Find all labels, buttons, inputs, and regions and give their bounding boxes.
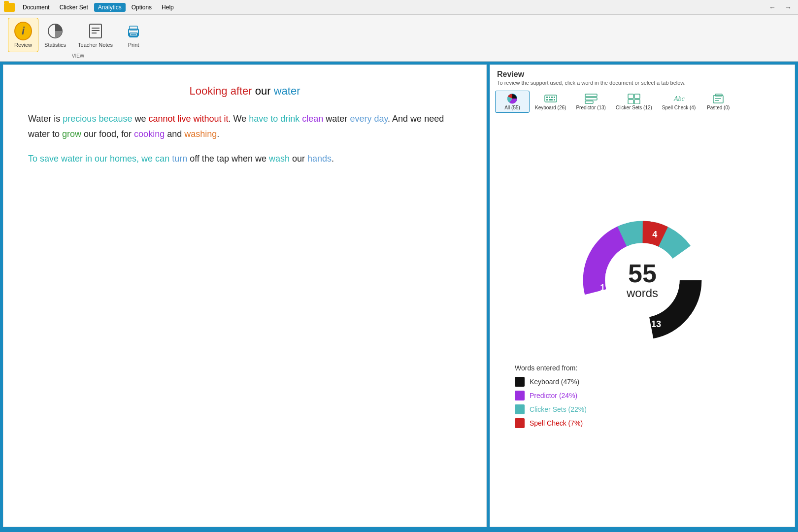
doc-seg: precious because: [63, 114, 132, 124]
doc-title-our: our: [255, 85, 271, 97]
doc-seg: . We: [229, 114, 249, 124]
svg-text:Abc: Abc: [673, 95, 685, 102]
title-bar-right: ← →: [766, 2, 794, 12]
svg-rect-11: [545, 95, 557, 102]
legend-text-predictor: Predictor (24%): [530, 392, 577, 399]
tab-clicker-sets-icon: [627, 93, 641, 104]
svg-rect-13: [549, 97, 550, 98]
review-icon: i: [14, 22, 32, 40]
print-icon: [125, 22, 142, 40]
doc-seg: have to drink: [249, 114, 299, 124]
tab-pasted-icon: [711, 93, 725, 104]
doc-seg: off the tap when we: [187, 154, 269, 164]
tabs-row: All (55) Keyboard (26): [490, 88, 795, 116]
doc-seg: our food, for: [81, 129, 134, 139]
main-area: Looking after our water Water is preciou…: [0, 62, 798, 530]
ribbon-view-label: VIEW: [72, 53, 85, 59]
doc-seg: our: [290, 154, 307, 164]
doc-title: Looking after our water: [28, 85, 462, 98]
doc-seg: turn: [172, 154, 187, 164]
legend-swatch-spell: [515, 418, 525, 428]
doc-paragraph-1: Water is precious because we cannot live…: [28, 111, 462, 141]
legend: Words entered from: Keyboard (47%) Predi…: [500, 364, 785, 432]
ribbon-btn-teacher-notes-label: Teacher Notes: [78, 42, 113, 48]
doc-seg: water: [323, 114, 350, 124]
donut-label: words: [627, 286, 658, 300]
donut-total: 55: [627, 261, 658, 286]
ribbon-btn-statistics-label: Statistics: [44, 42, 66, 48]
svg-rect-18: [554, 99, 555, 100]
svg-rect-14: [551, 97, 553, 98]
doc-seg: hands: [307, 154, 332, 164]
review-panel: Review To review the support used, click…: [490, 65, 795, 527]
legend-text-keyboard: Keyboard (47%): [530, 378, 579, 386]
svg-rect-21: [585, 101, 593, 103]
doc-seg: Water is: [28, 114, 63, 124]
tab-all-icon: [505, 93, 519, 104]
tab-predictor[interactable]: Predictor (13): [571, 91, 610, 113]
title-bar: Document Clicker Set Analytics Options H…: [0, 0, 798, 15]
ribbon-btn-statistics[interactable]: Statistics: [38, 18, 72, 52]
doc-title-part3: water: [274, 85, 300, 97]
tab-spell-check[interactable]: Abc Spell Check (4): [658, 91, 700, 113]
legend-text-spell: Spell Check (7%): [530, 419, 583, 427]
svg-rect-15: [554, 97, 555, 98]
doc-seg: cooking: [134, 129, 165, 139]
tab-keyboard[interactable]: Keyboard (26): [531, 91, 570, 113]
review-title: Review: [497, 70, 788, 79]
menu-document[interactable]: Document: [19, 3, 54, 12]
tab-keyboard-label: Keyboard (26): [535, 105, 566, 110]
ribbon-btn-print[interactable]: Print: [119, 18, 148, 52]
seg-label-spellcheck: 4: [652, 230, 658, 239]
chart-area: 26 13 12 4 55 words Words entered from:: [490, 116, 795, 527]
doc-paragraph-2: To save water in our homes, we can turn …: [28, 151, 462, 166]
ribbon-btn-teacher-notes[interactable]: Teacher Notes: [72, 18, 119, 52]
doc-seg: cannot live without it: [148, 114, 228, 124]
menu-clicker-set[interactable]: Clicker Set: [56, 3, 92, 12]
svg-rect-23: [634, 94, 640, 99]
seg-label-predictor: 13: [651, 319, 661, 329]
forward-button[interactable]: →: [782, 2, 794, 12]
legend-title: Words entered from:: [515, 364, 770, 372]
ribbon-group-view: i Review Statistics: [8, 18, 148, 59]
tab-spell-check-icon: Abc: [672, 93, 686, 104]
review-icon-circle: i: [14, 22, 32, 40]
tab-all[interactable]: All (55): [495, 91, 530, 113]
tab-clicker-sets[interactable]: Clicker Sets (12): [611, 91, 657, 113]
svg-rect-22: [628, 94, 633, 99]
doc-seg: wash: [269, 154, 290, 164]
doc-body: Water is precious because we cannot live…: [28, 111, 462, 166]
donut-chart: 26 13 12 4 55 words: [573, 211, 711, 349]
tab-pasted[interactable]: Pasted (0): [701, 91, 735, 113]
title-bar-left: Document Clicker Set Analytics Options H…: [4, 3, 178, 12]
doc-seg: we: [132, 114, 148, 124]
svg-rect-24: [628, 100, 633, 104]
ribbon-btn-review[interactable]: i Review: [8, 18, 38, 52]
menu-options[interactable]: Options: [128, 3, 156, 12]
back-button[interactable]: ←: [766, 2, 778, 12]
doc-seg: every day: [350, 114, 388, 124]
doc-seg: To save water in our homes, we can: [28, 154, 172, 164]
legend-swatch-clicker: [515, 404, 525, 414]
tab-all-label: All (55): [504, 105, 520, 110]
ribbon: i Review Statistics: [0, 15, 798, 62]
legend-text-clicker: Clicker Sets (22%): [530, 405, 587, 413]
ribbon-btn-print-label: Print: [128, 42, 139, 48]
menu-help[interactable]: Help: [158, 3, 178, 12]
doc-seg: and: [165, 129, 184, 139]
menu-items: Document Clicker Set Analytics Options H…: [19, 3, 178, 12]
donut-center: 55 words: [627, 261, 658, 300]
legend-item-predictor: Predictor (24%): [515, 391, 770, 400]
folder-icon: [4, 3, 15, 12]
svg-rect-28: [713, 96, 723, 103]
review-header: Review To review the support used, click…: [490, 65, 795, 88]
svg-rect-12: [546, 97, 548, 98]
menu-analytics[interactable]: Analytics: [94, 3, 126, 12]
tab-spell-check-label: Spell Check (4): [662, 105, 696, 110]
doc-seg: washing: [184, 129, 217, 139]
document-panel: Looking after our water Water is preciou…: [3, 65, 487, 527]
svg-rect-20: [585, 98, 597, 100]
doc-seg: .: [332, 154, 334, 164]
svg-rect-17: [549, 99, 553, 100]
seg-label-keyboard: 26: [673, 260, 683, 269]
